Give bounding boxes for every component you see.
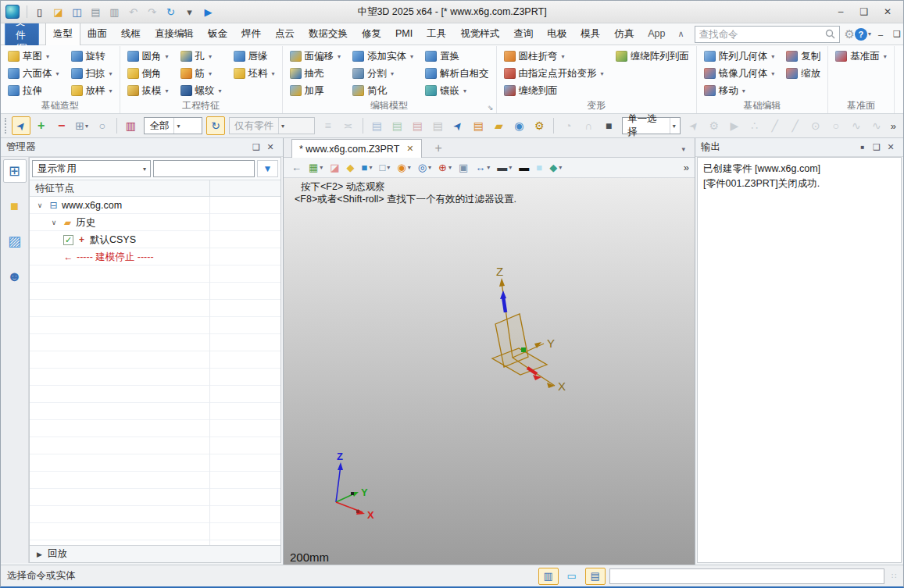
print-icon[interactable]: ▤ — [88, 4, 104, 20]
dropdown-arrow-icon[interactable]: ▾ — [209, 70, 212, 77]
status-input[interactable] — [609, 568, 884, 584]
background-swatch-icon[interactable]: ■ — [599, 116, 618, 135]
dropdown-arrow-icon[interactable]: ▾ — [173, 118, 182, 134]
ribbon-button-添加实体[interactable]: 添加实体▾ — [351, 48, 415, 65]
toolbar-overflow-icon[interactable]: » — [888, 120, 899, 132]
tree-node-历史[interactable]: ∨▰历史 — [30, 214, 280, 231]
undo-icon[interactable]: ↶ — [125, 4, 141, 20]
dropdown-arrow-icon[interactable]: ▾ — [509, 164, 512, 171]
reorient-sketch-icon[interactable]: ▦▾ — [306, 161, 325, 174]
ribbon-button-孔[interactable]: 孔▾ — [179, 48, 223, 65]
ribbon-button-拔模[interactable]: 拔模▾ — [126, 82, 170, 99]
ribbon-button-复制[interactable]: 复制 — [784, 48, 822, 65]
ribbon-button-置换[interactable]: 置换 — [423, 48, 491, 65]
close-button[interactable]: ✕ — [877, 4, 899, 20]
output-close-button[interactable]: ✕ — [884, 141, 898, 155]
expander-icon[interactable]: ∨ — [34, 201, 45, 209]
ribbon-button-筋[interactable]: 筋▾ — [179, 65, 223, 82]
dropdown-arrow-icon[interactable]: ▾ — [166, 87, 169, 94]
dropdown-arrow-icon[interactable]: ▾ — [166, 53, 169, 60]
print-batch-icon[interactable]: ▥ — [106, 4, 123, 20]
dropdown-arrow-icon[interactable]: ▾ — [448, 164, 452, 171]
shaded-display-icon[interactable]: ■▾ — [359, 161, 375, 174]
dropdown-arrow-icon[interactable]: ▾ — [391, 70, 394, 77]
app-logo-icon[interactable] — [5, 5, 20, 19]
ribbon-button-螺纹[interactable]: 螺纹▾ — [179, 82, 223, 99]
dropdown-arrow-icon[interactable]: ▾ — [771, 53, 774, 60]
dropdown-arrow-icon[interactable]: ▾ — [771, 70, 774, 77]
open-file-icon[interactable]: ◪ — [50, 4, 66, 20]
manager-restore-button[interactable]: ❑ — [249, 141, 263, 155]
section-view-icon[interactable]: ◉▾ — [395, 161, 413, 174]
entity-filter-combo[interactable]: 全部▾ — [144, 117, 202, 134]
dropdown-arrow-icon[interactable]: ▾ — [56, 70, 59, 77]
ribbon-button-放样[interactable]: 放样▾ — [70, 82, 114, 99]
tab-App[interactable]: App — [641, 24, 672, 44]
replay-section[interactable]: ▶ 回放 — [30, 545, 280, 562]
dropdown-arrow-icon[interactable]: ▾ — [109, 70, 113, 77]
dropdown-arrow-icon[interactable]: ▾ — [272, 70, 275, 77]
output-pin-button[interactable]: ■ — [856, 141, 870, 155]
ucs-icon[interactable]: ⚙ — [530, 116, 548, 135]
dropdown-arrow-icon[interactable]: ▾ — [884, 53, 887, 60]
web-resource-icon[interactable]: ◉ — [509, 116, 528, 135]
tree-node-默认CSYS[interactable]: ✓+默认CSYS — [30, 231, 280, 248]
settings-gear-icon[interactable]: ⚙ — [845, 26, 855, 43]
qat-dropdown-icon[interactable]: ▾ — [181, 4, 198, 20]
history-manager-icon[interactable]: ⊞ — [3, 159, 27, 183]
eraser-icon[interactable]: ◪ — [327, 161, 341, 174]
dropdown-arrow-icon[interactable]: ▾ — [338, 53, 341, 60]
ribbon-collapse-icon[interactable]: ∧ — [672, 29, 689, 39]
regen-icon[interactable]: ↻ — [163, 4, 179, 20]
toolbar-toggle-icon[interactable]: ▥ — [538, 568, 559, 585]
ribbon-button-简化[interactable]: 简化 — [351, 82, 415, 99]
ribbon-button-扫掠[interactable]: 扫掠▾ — [70, 65, 114, 82]
ribbon-button-加厚[interactable]: 加厚 — [288, 82, 343, 99]
tab-电极[interactable]: 电极 — [540, 23, 573, 45]
dropdown-arrow-icon[interactable]: ▾ — [46, 53, 49, 60]
ribbon-button-镶嵌[interactable]: 镶嵌▾ — [423, 82, 491, 99]
tab-修复[interactable]: 修复 — [355, 23, 388, 45]
tab-点云[interactable]: 点云 — [268, 23, 302, 45]
exit-icon[interactable]: ← — [289, 161, 304, 174]
tab-线框[interactable]: 线框 — [114, 23, 148, 45]
resize-grip[interactable]: ∷ — [888, 572, 897, 580]
ribbon-button-倒角[interactable]: 倒角 — [126, 65, 170, 82]
ribbon-button-分割[interactable]: 分割▾ — [351, 65, 415, 82]
help-button[interactable]: ?▾ — [855, 26, 871, 43]
ribbon-button-基准面[interactable]: 基准面▾ — [834, 48, 888, 65]
frame-icon[interactable]: ▣ — [456, 161, 470, 174]
color-swatch-icon[interactable]: ■ — [534, 161, 545, 174]
ribbon-button-旋转[interactable]: 旋转 — [70, 48, 114, 65]
dropdown-arrow-icon[interactable]: ▾ — [387, 164, 390, 171]
node-checkbox[interactable]: ✓ — [63, 235, 73, 245]
solid-manager-icon[interactable]: ■ — [3, 194, 27, 218]
graphics-canvas[interactable]: ZYXZYX 按下<F2> 动态观察<F8>或者<Shift-roll> 查找下… — [284, 178, 695, 565]
ribbon-button-圆柱折弯[interactable]: 圆柱折弯▾ — [502, 48, 606, 65]
selection-mode-combo[interactable]: 单一选择▾ — [622, 117, 681, 134]
ribbon-button-拉伸[interactable]: 拉伸 — [6, 82, 61, 99]
dropdown-arrow-icon[interactable]: ▾ — [320, 164, 323, 171]
tab-工具[interactable]: 工具 — [420, 23, 453, 45]
search-icon[interactable] — [825, 29, 835, 39]
tab-close-icon[interactable]: ✕ — [406, 144, 413, 154]
dropdown-arrow-icon[interactable]: ▾ — [410, 53, 413, 60]
manager-close-button[interactable]: ✕ — [263, 141, 277, 155]
restore-button[interactable]: ❑ — [853, 4, 875, 20]
tab-查询[interactable]: 查询 — [506, 23, 540, 45]
tree-node------ 建模停止 -----[interactable]: ←----- 建模停止 ----- — [30, 248, 280, 265]
document-tab[interactable]: * www.x6g.com.Z3PRT ✕ — [291, 139, 422, 158]
ribbon-button-阵列几何体[interactable]: 阵列几何体▾ — [702, 48, 777, 65]
child-restore-button[interactable]: ❑ — [889, 27, 904, 42]
save-icon[interactable]: ◫ — [69, 4, 85, 20]
face-display-icon[interactable]: ◆▾ — [547, 161, 564, 174]
tree-column-header[interactable]: 特征节点 — [30, 180, 280, 197]
overflow-icon[interactable]: » — [684, 162, 689, 173]
dropdown-arrow-icon[interactable]: ▾ — [85, 123, 88, 130]
ribbon-button-抽壳[interactable]: 抽壳 — [288, 65, 343, 82]
toolbar-grip[interactable] — [5, 118, 8, 134]
tab-list-icon[interactable]: ▾ — [678, 145, 688, 157]
ribbon-button-移动[interactable]: 移动▾ — [702, 82, 777, 99]
replay-expander-icon[interactable]: ▶ — [37, 551, 42, 558]
filter-list-icon[interactable]: ▥ — [121, 116, 140, 135]
